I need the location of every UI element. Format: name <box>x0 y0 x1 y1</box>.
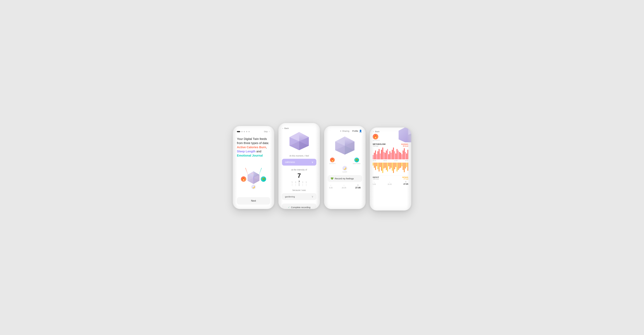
profile-label: Profile <box>352 130 358 132</box>
bar-bottom-3 <box>376 162 377 166</box>
emotion-icon: 💚 <box>261 176 266 182</box>
scale-6: 6 <box>295 181 296 183</box>
timeline-2605: 26.05 <box>342 185 346 189</box>
bar-top-0 <box>373 155 374 159</box>
bar-bottom-8 <box>382 162 383 173</box>
dot-5 <box>248 131 250 132</box>
bar-top-11 <box>386 150 387 159</box>
phone-3: Sharing Profile 👤 <box>324 126 366 209</box>
chart-section: METABOLISM 754 kcal BURNED 32 kcal 00:00… <box>373 143 408 208</box>
sharing-dot <box>340 130 341 132</box>
scale-8: 8 <box>302 181 303 183</box>
reason-dropdown[interactable]: gardening ∨ <box>282 193 316 200</box>
bar-top-19 <box>396 154 396 159</box>
bar-bottom-2 <box>375 162 376 170</box>
title-calories: Active Calories Burn <box>237 146 266 149</box>
bar-top-22 <box>399 152 400 159</box>
phone-4: ← Back 🔥 ACTIVITY METABOLISM 754 kcal BU… <box>370 128 411 210</box>
check-icon: ✓ <box>288 206 290 209</box>
bar-top-3 <box>376 154 377 159</box>
complete-label: Complete recording <box>291 206 310 208</box>
sleep-icon: 🌙 <box>251 185 256 189</box>
emotions-badge: 💚 <box>354 158 359 162</box>
deficit-row: DEFICIT -326 kcal INTAKE 27 kcal <box>373 176 408 180</box>
record-heart-icon: 💚 <box>330 177 334 180</box>
burned-value: 32 kcal <box>401 145 408 147</box>
reason-chevron: ∨ <box>312 195 314 198</box>
bar-bottom-24 <box>402 162 402 166</box>
activity-badge: 🔥 <box>330 158 335 162</box>
bar-bottom-7 <box>381 162 382 171</box>
back-button-4[interactable]: ← Back <box>373 130 408 133</box>
bar-top-7 <box>381 150 382 159</box>
line-sleep <box>254 176 254 184</box>
bar-top-27 <box>405 152 406 159</box>
emotions-label: EMOTIONS <box>353 163 360 164</box>
feeling-dropdown[interactable]: calmness ∨ <box>282 159 316 166</box>
emotions-item: 💚 EMOTIONS <box>353 158 360 164</box>
bar-top-4 <box>378 151 378 159</box>
burned-chart <box>373 148 408 159</box>
gem-area: 🔥 💚 🌙 <box>237 161 270 194</box>
bar-top-9 <box>384 152 384 159</box>
bar-top-1 <box>374 153 375 159</box>
tab-profile[interactable]: Profile 👤 <box>352 130 362 132</box>
back-button-2[interactable]: ← Back <box>282 127 289 130</box>
chart-header: METABOLISM 754 kcal BURNED 32 kcal <box>373 143 408 147</box>
activity-badge-4: 🔥 <box>373 134 378 140</box>
phone-1: Skip → Your Digital Twin feedsfrom three… <box>233 126 274 209</box>
bar-top-2 <box>375 150 376 159</box>
bar-top-6 <box>380 154 381 159</box>
bar-bottom-23 <box>400 162 401 168</box>
sleep-item: 🌙 SLEEP <box>342 166 347 173</box>
dot-3 <box>244 131 245 132</box>
deficit-label: DEFICIT <box>373 176 379 178</box>
bar-top-23 <box>400 153 401 159</box>
scale-7: 7 <box>298 180 300 183</box>
gem-3 <box>333 135 357 156</box>
bar-top-15 <box>391 153 392 159</box>
record-label: Record my feelings <box>335 177 354 180</box>
timeline-3: 5.05 26.05 27.05 <box>328 184 362 189</box>
bar-bottom-26 <box>404 162 405 172</box>
bar-top-20 <box>396 149 398 159</box>
bar-bottom-15 <box>391 162 392 168</box>
complete-button[interactable]: ✓ Complete recording <box>282 204 316 209</box>
intake-value: 27 kcal <box>402 178 408 180</box>
scale-9: 9 <box>306 181 307 183</box>
metabolism-value: 754 kcal <box>373 145 386 147</box>
bar-top-17 <box>393 148 394 159</box>
phone-2: ← Back <box>278 123 320 209</box>
bar-top-24 <box>402 154 402 159</box>
tab-sharing[interactable]: Sharing <box>340 130 349 132</box>
bar-bottom-25 <box>403 162 404 170</box>
bar-bottom-13 <box>388 162 389 166</box>
intake-chart <box>373 162 408 174</box>
feeling-label: At this moment, I feel <box>290 154 309 157</box>
timeline-4: 5.05 26.05 27.05 <box>373 181 408 185</box>
metabolism-title: METABOLISM <box>373 143 386 145</box>
onboarding-title: Your Digital Twin feedsfrom three types … <box>237 137 270 158</box>
timeline-505: 5.05 <box>329 185 332 189</box>
bar-top-21 <box>398 150 399 159</box>
dot-1 <box>237 131 240 132</box>
intake-label: INTAKE <box>402 176 408 178</box>
intensity-scale: 5 6 7 8 9 <box>292 180 307 186</box>
bar-top-29 <box>408 150 408 159</box>
next-button[interactable]: Next <box>237 197 270 204</box>
bar-bottom-0 <box>373 162 374 166</box>
bar-bottom-12 <box>387 162 388 172</box>
bar-bottom-11 <box>386 162 387 170</box>
profile-icon: 👤 <box>359 130 362 132</box>
bar-top-26 <box>404 148 405 159</box>
deficit-value: -326 kcal <box>373 178 379 180</box>
bar-top-13 <box>388 154 389 159</box>
bar-bottom-16 <box>392 162 393 171</box>
bar-bottom-10 <box>385 162 386 168</box>
bar-bottom-9 <box>384 162 384 168</box>
record-button[interactable]: 💚 Record my feelings <box>328 175 362 182</box>
title-journal: Emotional Journal <box>237 154 263 157</box>
skip-button[interactable]: Skip → <box>264 130 270 133</box>
sleep-label: SLEEP <box>342 171 347 173</box>
bar-top-18 <box>394 151 395 159</box>
